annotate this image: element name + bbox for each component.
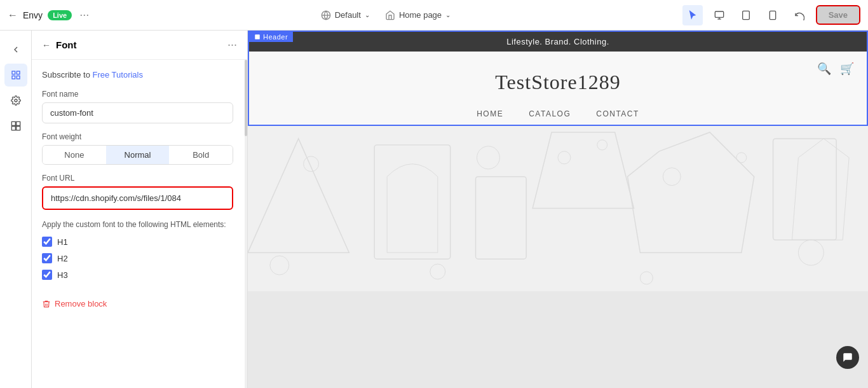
desktop-icon-btn[interactable] — [709, 5, 729, 25]
svg-point-28 — [663, 168, 681, 186]
font-weight-label: Font weight — [42, 132, 233, 141]
nav-item-home[interactable]: HOME — [477, 109, 503, 118]
store-search-cart: 🔍 🛒 — [817, 62, 854, 76]
chat-bubble-btn[interactable] — [836, 346, 859, 369]
font-name-input[interactable] — [42, 102, 233, 123]
svg-point-26 — [597, 140, 607, 150]
svg-rect-23 — [476, 177, 527, 259]
checkbox-h2-row: H2 — [42, 253, 233, 263]
svg-marker-27 — [628, 132, 754, 253]
header-badge: Header — [249, 32, 293, 42]
save-button[interactable]: Save — [816, 5, 860, 25]
cart-icon[interactable]: 🛒 — [840, 62, 854, 76]
svg-point-13 — [15, 99, 17, 102]
store-name: TestStore1289 — [495, 71, 620, 94]
font-url-input-wrap — [42, 186, 233, 210]
default-selector[interactable]: Default ⌄ — [321, 10, 370, 20]
search-icon[interactable]: 🔍 — [817, 62, 831, 76]
svg-rect-29 — [773, 139, 837, 240]
store-tagline-bar: Header Lifestyle. Brand. Clothing. — [249, 32, 867, 52]
mobile-icon-btn[interactable] — [763, 5, 783, 25]
checkbox-h3-row: H3 — [42, 270, 233, 280]
live-badge: Live — [48, 10, 72, 20]
store-tagline: Lifestyle. Brand. Clothing. — [506, 37, 609, 46]
fw-bold-btn[interactable]: Bold — [169, 146, 233, 164]
topbar-more-icon[interactable]: ··· — [79, 8, 89, 22]
font-weight-group: Font weight None Normal Bold — [42, 132, 233, 165]
checkbox-h1-label: H1 — [57, 237, 68, 247]
panel-content: Subscribte to Free Tutorials Font name F… — [32, 60, 243, 321]
svg-rect-10 — [17, 71, 20, 74]
back-arrow-icon[interactable]: ← — [8, 10, 18, 21]
svg-marker-19 — [248, 139, 349, 253]
svg-point-35 — [736, 153, 747, 163]
svg-point-20 — [304, 156, 319, 172]
store-nav: HOME CATALOG CONTACT — [249, 100, 867, 125]
font-weight-options: None Normal Bold — [42, 145, 233, 165]
svg-rect-17 — [16, 127, 20, 130]
preview-area: Header Lifestyle. Brand. Clothing. 🔍 🛒 T… — [248, 31, 868, 388]
svg-point-32 — [270, 256, 289, 275]
svg-rect-7 — [770, 11, 775, 19]
font-name-group: Font name — [42, 90, 233, 123]
font-url-input[interactable] — [44, 189, 231, 207]
svg-point-31 — [798, 240, 824, 265]
svg-rect-16 — [11, 127, 15, 130]
font-panel: ← Font ··· Subscribte to Free Tutorials … — [32, 31, 248, 388]
subscribe-prefix: Subscribte to — [42, 70, 93, 80]
nav-item-contact[interactable]: CONTACT — [596, 109, 639, 118]
nav-item-catalog[interactable]: CATALOG — [529, 109, 571, 118]
svg-point-33 — [430, 264, 445, 279]
checkbox-h2[interactable] — [42, 253, 52, 263]
fw-none-btn[interactable]: None — [43, 146, 106, 164]
homepage-selector[interactable]: Home page ⌄ — [385, 10, 451, 20]
sidebar-icon-apps[interactable] — [4, 114, 27, 137]
panel-more-icon[interactable]: ··· — [227, 38, 237, 52]
homepage-chevron: ⌄ — [445, 11, 451, 18]
panel-header: ← Font ··· — [32, 31, 247, 60]
svg-rect-21 — [374, 145, 451, 259]
panel-title: Font — [56, 39, 222, 50]
homepage-label: Home page — [399, 10, 442, 20]
svg-rect-9 — [12, 71, 15, 74]
remove-block-btn[interactable]: Remove block — [42, 296, 233, 311]
svg-rect-18 — [255, 34, 260, 39]
topbar: ← Envy Live ··· Default ⌄ Home page ⌄ — [0, 0, 868, 31]
font-url-group: Font URL — [42, 174, 233, 210]
subscribe-row: Subscribte to Free Tutorials — [42, 70, 233, 80]
svg-rect-12 — [12, 76, 15, 79]
svg-point-25 — [558, 151, 571, 164]
svg-marker-24 — [532, 132, 634, 209]
default-chevron: ⌄ — [365, 11, 370, 18]
checkbox-h2-label: H2 — [57, 254, 68, 263]
preview-bg-illustration — [248, 126, 868, 291]
checkbox-h3[interactable] — [42, 270, 52, 280]
app-name: Envy — [23, 10, 43, 20]
sidebar-icon-settings[interactable] — [4, 89, 27, 112]
main-layout: ← Font ··· Subscribte to Free Tutorials … — [0, 31, 868, 388]
subscribe-link[interactable]: Free Tutorials — [93, 70, 143, 80]
checkbox-h1[interactable] — [42, 237, 52, 247]
font-name-label: Font name — [42, 90, 233, 99]
sidebar-icon-back[interactable] — [4, 38, 27, 61]
svg-rect-15 — [16, 121, 20, 125]
topbar-center: Default ⌄ Home page ⌄ — [97, 10, 674, 20]
topbar-right: Save — [682, 5, 860, 25]
svg-rect-14 — [11, 121, 15, 125]
panel-back-icon[interactable]: ← — [42, 40, 51, 50]
cursor-icon-btn[interactable] — [682, 5, 703, 25]
svg-point-22 — [477, 146, 500, 169]
sidebar-icon-layout[interactable] — [4, 64, 27, 87]
font-url-label: Font URL — [42, 174, 233, 183]
svg-rect-2 — [715, 11, 723, 17]
fw-normal-btn[interactable]: Normal — [106, 146, 170, 164]
svg-point-34 — [640, 272, 653, 284]
checkbox-h1-row: H1 — [42, 237, 233, 247]
tablet-icon-btn[interactable] — [736, 5, 756, 25]
sidebar-icons — [0, 31, 32, 388]
undo-icon-btn[interactable] — [789, 5, 810, 25]
svg-marker-30 — [792, 139, 849, 240]
topbar-left: ← Envy Live ··· — [8, 8, 89, 22]
header-badge-label: Header — [263, 33, 288, 41]
remove-block-label: Remove block — [55, 299, 107, 308]
